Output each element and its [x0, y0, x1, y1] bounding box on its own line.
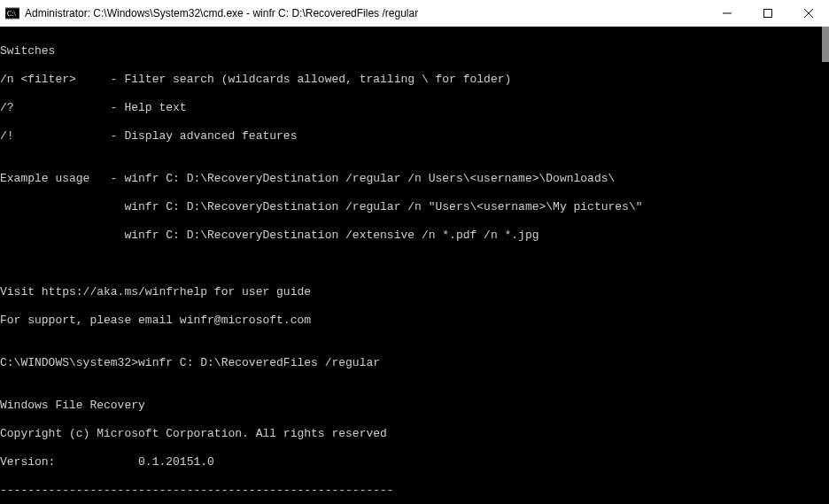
terminal-line: winfr C: D:\RecoveryDestination /regular…	[0, 200, 829, 214]
terminal-line: Switches	[0, 44, 829, 58]
minimize-button[interactable]	[707, 0, 748, 27]
terminal-line: Version: 0.1.20151.0	[0, 455, 829, 469]
terminal-line: For support, please email winfr@microsof…	[0, 314, 829, 328]
maximize-button[interactable]	[748, 0, 788, 27]
window-title: Administrator: C:\Windows\System32\cmd.e…	[25, 7, 707, 19]
terminal-line: Example usage - winfr C: D:\RecoveryDest…	[0, 172, 829, 186]
terminal-line: C:\WINDOWS\system32>winfr C: D:\Recovere…	[0, 356, 829, 370]
terminal-line: Windows File Recovery	[0, 399, 829, 413]
terminal-line: winfr C: D:\RecoveryDestination /extensi…	[0, 229, 829, 243]
terminal-output[interactable]: Switches /n <filter> - Filter search (wi…	[0, 27, 829, 504]
svg-text:C:\: C:\	[7, 10, 17, 18]
svg-rect-3	[764, 10, 772, 18]
terminal-line: /! - Display advanced features	[0, 129, 829, 143]
cmd-icon: C:\	[5, 6, 19, 20]
terminal-line: ----------------------------------------…	[0, 484, 829, 498]
terminal-line: /n <filter> - Filter search (wildcards a…	[0, 73, 829, 87]
terminal-line: Visit https://aka.ms/winfrhelp for user …	[0, 285, 829, 299]
titlebar[interactable]: C:\ Administrator: C:\Windows\System32\c…	[0, 0, 829, 27]
terminal-line: /? - Help text	[0, 101, 829, 115]
window-controls	[707, 0, 829, 27]
scrollbar-thumb[interactable]	[822, 27, 829, 62]
close-button[interactable]	[788, 0, 829, 27]
terminal-line: Copyright (c) Microsoft Corporation. All…	[0, 427, 829, 441]
